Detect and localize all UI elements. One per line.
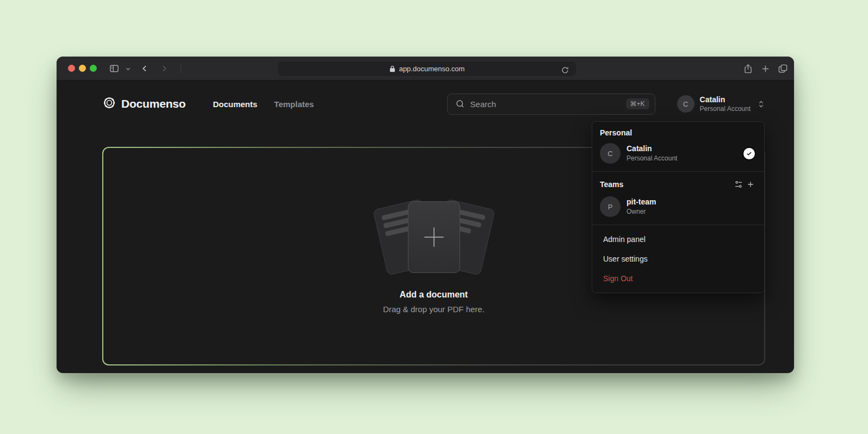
menu-item-user-settings[interactable]: User settings xyxy=(592,249,764,269)
nav-templates[interactable]: Templates xyxy=(274,100,314,109)
new-tab-button[interactable] xyxy=(759,62,772,75)
chevron-down-icon xyxy=(125,66,131,72)
account-avatar: C xyxy=(677,95,695,113)
documents-illustration xyxy=(347,199,521,276)
plus-icon xyxy=(746,180,755,189)
teams-section: Teams P pit- xyxy=(592,171,764,225)
app-content: Documenso Documents Templates ⌘+K C xyxy=(57,80,794,373)
plus-icon xyxy=(761,64,770,73)
team-role: Owner xyxy=(627,208,656,216)
sidebar-menu-chevron-button[interactable] xyxy=(123,62,133,75)
selected-check-icon xyxy=(743,148,755,159)
search-shortcut-badge: ⌘+K xyxy=(626,98,649,109)
chevrons-up-down-icon xyxy=(757,100,765,108)
chevron-right-icon xyxy=(160,64,169,73)
reload-button[interactable] xyxy=(559,64,572,77)
minimize-button[interactable] xyxy=(79,65,86,72)
illustration-card-center xyxy=(408,201,460,273)
brand[interactable]: Documenso xyxy=(102,96,185,112)
menu-actions: Admin panel User settings Sign Out xyxy=(592,225,764,293)
account-name: Catalin xyxy=(700,95,751,104)
panel-left-icon xyxy=(109,63,120,74)
forward-button[interactable] xyxy=(158,62,171,75)
sliders-icon xyxy=(734,180,743,189)
url-text: app.documenso.com xyxy=(399,65,465,73)
team-item[interactable]: P pit-team Owner xyxy=(600,196,757,217)
personal-name: Catalin xyxy=(627,144,677,154)
menu-item-sign-out[interactable]: Sign Out xyxy=(592,269,764,288)
nav-documents[interactable]: Documents xyxy=(213,100,257,109)
address-bar[interactable]: app.documenso.com xyxy=(277,61,576,77)
dropzone-subtitle: Drag & drop your PDF here. xyxy=(383,305,485,314)
account-dropdown-menu: Personal C Catalin Personal Account xyxy=(592,121,765,293)
teams-section-label: Teams xyxy=(600,180,623,189)
tab-overview-button[interactable] xyxy=(776,62,789,75)
sidebar-toggle-button[interactable] xyxy=(108,62,121,75)
reload-icon xyxy=(561,66,569,74)
main-nav: Documents Templates xyxy=(213,100,314,109)
account-menu-trigger[interactable]: C Catalin Personal Account xyxy=(677,95,765,113)
chevron-left-icon xyxy=(140,64,149,73)
close-button[interactable] xyxy=(68,65,75,72)
browser-titlebar: app.documenso.com xyxy=(57,57,794,80)
traffic-lights xyxy=(68,65,97,72)
personal-subtitle: Personal Account xyxy=(627,154,677,163)
add-team-button[interactable] xyxy=(745,178,757,190)
documenso-logo-icon xyxy=(102,96,116,112)
back-button[interactable] xyxy=(138,62,151,75)
personal-avatar: C xyxy=(600,143,621,164)
personal-account-item[interactable]: C Catalin Personal Account xyxy=(600,143,757,164)
lock-icon xyxy=(389,65,395,72)
dropzone-title: Add a document xyxy=(400,290,468,300)
search-box[interactable]: ⌘+K xyxy=(447,94,655,115)
account-type: Personal Account xyxy=(700,105,751,113)
add-plus-icon xyxy=(424,227,444,247)
share-icon xyxy=(743,64,753,74)
browser-window: app.documenso.com xyxy=(57,57,794,373)
menu-item-admin-panel[interactable]: Admin panel xyxy=(592,230,764,249)
manage-teams-button[interactable] xyxy=(733,178,745,190)
personal-section-label: Personal xyxy=(600,128,757,137)
team-avatar: P xyxy=(600,196,621,217)
fullscreen-button[interactable] xyxy=(90,65,97,72)
team-name: pit-team xyxy=(627,197,656,207)
personal-section: Personal C Catalin Personal Account xyxy=(592,122,764,171)
search-icon xyxy=(455,99,465,109)
desktop-background: app.documenso.com xyxy=(0,0,868,434)
app-header: Documenso Documents Templates ⌘+K C xyxy=(102,91,765,116)
search-input[interactable] xyxy=(470,100,621,109)
toolbar-divider xyxy=(181,64,181,73)
brand-wordmark: Documenso xyxy=(121,97,185,110)
share-button[interactable] xyxy=(741,62,754,75)
tabs-icon xyxy=(778,64,788,74)
